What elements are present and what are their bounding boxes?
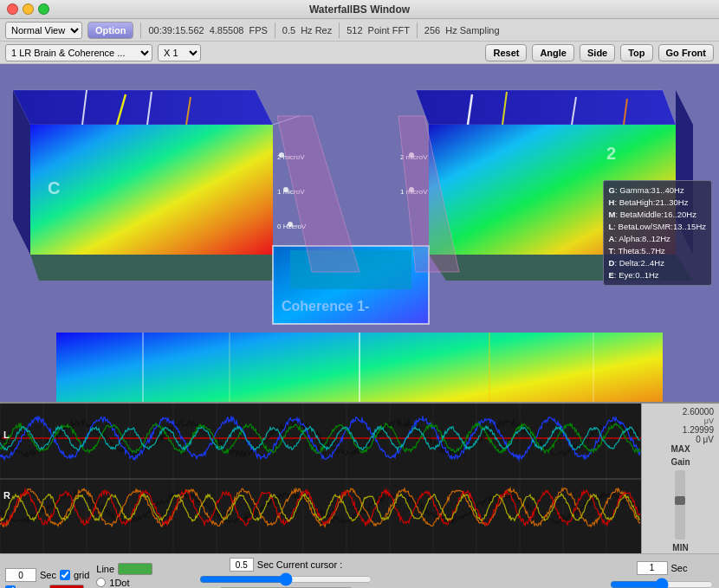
legend-item-delta: D: Delta:2..4Hz [609, 257, 706, 269]
cursor-sec-label: Sec Current cursor : [257, 559, 342, 570]
svg-line-7 [147, 92, 152, 125]
option-button[interactable]: Option [87, 22, 133, 39]
frequency-legend: G: Gamma:31..40Hz H: BetaHigh:21..30Hz M… [603, 180, 712, 286]
separator3 [339, 23, 340, 38]
svg-marker-17 [416, 90, 676, 125]
svg-line-13 [273, 116, 299, 125]
view-select[interactable]: Normal View [5, 22, 82, 39]
cursor-sec-row: Sec Current cursor : [230, 558, 342, 572]
fft-value: 512 [347, 25, 362, 36]
svg-line-22 [502, 92, 507, 125]
svg-line-5 [82, 90, 87, 125]
sampling-label: Hz Sampling [445, 25, 499, 36]
scale-mid-value: 1.29999 [644, 425, 717, 435]
svg-marker-2 [30, 125, 273, 255]
gofront-button[interactable]: Go Front [658, 44, 714, 61]
ch2-label: CH 2 peak power (μV,Hz) 1:(4.2, 10.0); 2… [464, 69, 712, 82]
legend-item-theta: T: Theta:5..7Hz [609, 245, 706, 257]
scale-unit: μV [644, 417, 717, 425]
control-bar: Sec grid cursor Line 1Dot 2Dot Back [0, 553, 719, 588]
time-slider[interactable] [610, 578, 714, 589]
gain-slider[interactable] [675, 470, 685, 540]
dot1-row: 1Dot [96, 578, 192, 588]
line-row: Line [96, 563, 192, 575]
svg-marker-33 [277, 116, 360, 272]
top-button[interactable]: Top [620, 44, 652, 61]
fft-label: Point FFT [368, 25, 410, 36]
cursor-color-swatch[interactable] [49, 585, 84, 588]
svg-point-29 [409, 187, 414, 192]
toolbar-row2: 1 LR Brain & Coherence ... X 1 Reset Ang… [0, 42, 719, 64]
dot1-label: 1Dot [109, 578, 129, 588]
svg-marker-35 [56, 333, 663, 402]
titlebar: WaterfallBS Window [0, 0, 719, 19]
line-label: Line [96, 564, 114, 574]
svg-marker-4 [30, 255, 282, 281]
sampling-value: 256 [424, 25, 440, 36]
line-controls: Line 1Dot 2Dot Back [96, 558, 192, 588]
separator2 [275, 23, 275, 38]
svg-rect-31 [290, 250, 411, 289]
minimize-button[interactable] [23, 3, 34, 15]
legend-item-eye: E: Eye:0..1Hz [609, 269, 706, 281]
maximize-button[interactable] [38, 3, 49, 15]
hz-rez-label: Hz Rez [301, 25, 332, 36]
scale-zero-value: 0 μV [644, 435, 717, 444]
svg-text:2: 2 [606, 144, 616, 163]
separator4 [417, 23, 418, 38]
right-controls: Sec MAX Time [610, 558, 714, 588]
svg-marker-34 [398, 116, 459, 272]
close-button[interactable] [7, 3, 18, 15]
grid-checkbox[interactable] [60, 570, 70, 580]
cursor-sec-input[interactable] [230, 558, 254, 572]
reset-button[interactable]: Reset [485, 44, 527, 61]
svg-marker-3 [13, 90, 30, 255]
svg-line-8 [186, 97, 191, 125]
svg-text:1 microV: 1 microV [400, 188, 428, 196]
min-label: MIN [672, 543, 688, 552]
window-title: WaterfallBS Window [309, 3, 410, 16]
window-controls [7, 3, 49, 15]
legend-item-alpha: A: Alpha:8..12Hz [609, 233, 706, 245]
x-select[interactable]: X 1 [158, 44, 201, 61]
cursor-slider-group: Sec Current cursor : 11.9607 p-p μV max … [199, 558, 372, 588]
gain-label: Gain [670, 457, 690, 467]
time-display: 00:39:15.562 [148, 25, 204, 36]
toolbar-row1: Normal View Option 00:39:15.562 4.85508 … [0, 19, 719, 42]
svg-line-6 [117, 94, 126, 125]
svg-point-15 [283, 187, 288, 192]
scale-top-value: 2.60000 [644, 407, 717, 417]
time-sec-row: Sec [637, 561, 688, 575]
svg-text:2 microV: 2 microV [400, 153, 428, 161]
legend-item-betamid: M: BetaMiddle:16..20Hz [609, 209, 706, 221]
side-button[interactable]: Side [580, 44, 615, 61]
time-sec-input[interactable] [637, 561, 668, 575]
svg-point-28 [409, 152, 414, 158]
svg-text:Coherence 1-: Coherence 1- [282, 299, 369, 313]
sec-row: Sec grid [5, 568, 89, 582]
fps-label: FPS [249, 25, 267, 36]
cursor-row: cursor [5, 585, 89, 588]
svg-line-23 [572, 97, 576, 125]
svg-rect-30 [273, 246, 429, 324]
dot1-radio[interactable] [96, 578, 106, 587]
main-3d-view: CH 1 peak power (μV,Hz) 1:(4.4, 10.0); 2… [0, 64, 719, 402]
svg-text:0 HzeroV: 0 HzeroV [277, 223, 307, 230]
svg-point-16 [288, 222, 293, 227]
sec-input[interactable] [5, 568, 36, 582]
svg-text:C: C [48, 178, 60, 197]
angle-button[interactable]: Angle [532, 44, 574, 61]
brain-select[interactable]: 1 LR Brain & Coherence ... [5, 44, 152, 61]
cursor-slider[interactable] [199, 573, 372, 585]
line-color-swatch[interactable] [118, 563, 152, 575]
legend-item-gamma: G: Gamma:31..40Hz [609, 184, 706, 197]
left-controls: Sec grid cursor [5, 558, 89, 588]
sec-label: Sec [40, 570, 56, 580]
separator [140, 23, 141, 38]
svg-marker-1 [13, 90, 273, 125]
scale-panel: 2.60000 μV 1.29999 0 μV MAX Gain MIN [641, 404, 719, 553]
max-label: MAX [670, 444, 690, 454]
svg-line-21 [468, 94, 472, 125]
waveform-canvas [0, 404, 641, 553]
grid-label: grid [74, 570, 89, 580]
